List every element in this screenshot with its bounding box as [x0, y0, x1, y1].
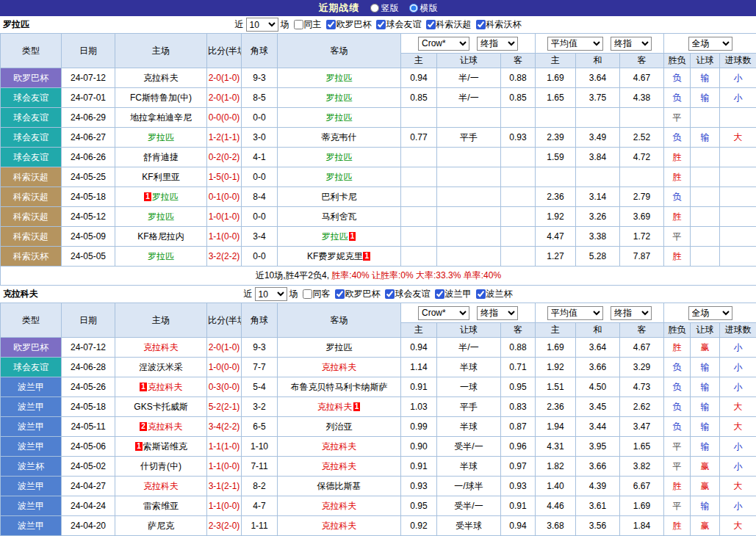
away-team: 列治亚 — [278, 417, 401, 437]
odds-handicap — [437, 167, 501, 187]
match-score: 1-1(0-0) — [207, 457, 242, 477]
league-filter[interactable]: 科索沃超 — [426, 18, 472, 31]
match-date: 24-05-06 — [62, 437, 115, 457]
team-name: 巴利卡尼 — [322, 192, 357, 202]
home-team: KF利里亚 — [115, 167, 207, 187]
subcol-odds-handicap: 让球 — [437, 323, 501, 338]
result-wdl: 胜 — [664, 207, 691, 227]
match-date: 24-04-24 — [62, 496, 115, 516]
team-name: KF利里亚 — [142, 172, 179, 182]
subcol-avg-away: 客 — [620, 323, 664, 338]
result-wdl: 负 — [664, 88, 691, 108]
odds-home: 0.92 — [401, 516, 437, 536]
avg-source-select[interactable]: 平均值 — [547, 306, 603, 320]
odds-away — [501, 247, 536, 267]
league-checkbox[interactable] — [326, 20, 336, 29]
odds-away — [501, 207, 536, 227]
team-name: 罗拉匹 — [326, 73, 353, 83]
odds-source-select[interactable]: Crow* — [418, 37, 469, 51]
match-date: 24-05-12 — [62, 207, 115, 227]
odds-time-select[interactable]: 终指 — [477, 306, 518, 320]
summary-row: 近10场,胜4平2负4, 胜率:40% 让胜率:0% 大率:33.3% 单率:4… — [1, 267, 756, 286]
avg-away: 3.82 — [620, 457, 664, 477]
team-name: 地拉拿柏迪辛尼 — [130, 112, 192, 123]
odds-handicap: 平手 — [437, 397, 501, 417]
games-label: 场 — [281, 18, 289, 31]
match-date: 24-05-11 — [62, 417, 115, 437]
team-name: 克拉科夫 — [143, 73, 179, 83]
league-checkbox[interactable] — [435, 289, 444, 299]
result-goals — [720, 247, 756, 267]
result-wdl: 胜 — [664, 338, 691, 358]
avg-home: 4.46 — [536, 496, 576, 516]
league-filter[interactable]: 波兰杯 — [476, 288, 513, 300]
corner-score: 0-0 — [242, 167, 278, 187]
matches-table: 类型 日期 主场 比分(半场) 角球 客场 Crow* 终指 平均值 终指 — [0, 303, 756, 536]
result-goals: 大 — [720, 516, 756, 536]
avg-home: 1.59 — [536, 148, 576, 167]
league-badge: 波兰甲 — [1, 437, 62, 457]
odds-home: 0.91 — [401, 457, 437, 477]
same-venue-checkbox[interactable] — [303, 289, 312, 299]
vertical-radio[interactable] — [370, 4, 379, 12]
match-date: 24-07-12 — [62, 68, 115, 88]
result-wdl: 胜 — [664, 477, 691, 496]
result-goals: 小 — [720, 88, 756, 108]
league-filter[interactable]: 欧罗巴杯 — [326, 18, 372, 31]
team-name: 索斯诺维克 — [143, 441, 187, 452]
result-goals — [720, 148, 756, 167]
avg-home: 3.68 — [536, 516, 576, 536]
result-wdl: 平 — [664, 108, 691, 128]
match-score: 5-2(2-1) — [207, 397, 242, 417]
avg-away: 4.67 — [620, 338, 664, 358]
result-handicap: 赢 — [691, 338, 720, 358]
league-checkbox[interactable] — [476, 289, 486, 299]
red-card-badge: 1 — [135, 442, 143, 451]
result-wdl: 胜 — [664, 516, 691, 536]
home-team: 舒肯迪捷 — [115, 148, 207, 167]
vertical-radio-label: 竖版 — [381, 2, 399, 15]
odds-time-select[interactable]: 终指 — [477, 37, 518, 51]
corner-score: 0-0 — [242, 108, 278, 128]
same-venue-filter[interactable]: 同客 — [303, 288, 331, 300]
match-count-select[interactable]: 10 — [246, 18, 278, 32]
league-filter[interactable]: 科索沃杯 — [476, 18, 522, 31]
layout-radio-vertical[interactable]: 竖版 — [370, 2, 399, 15]
league-checkbox[interactable] — [335, 289, 345, 299]
league-checkbox[interactable] — [426, 20, 436, 29]
match-score: 1-2(1-1) — [207, 128, 242, 148]
team-name: 雷索维亚 — [143, 501, 179, 511]
same-venue-label: 同客 — [313, 288, 331, 300]
avg-draw: 3.64 — [576, 338, 620, 358]
odds-home — [401, 108, 437, 128]
result-goals: 小 — [720, 68, 756, 88]
odds-away: 0.94 — [501, 516, 536, 536]
odds-source-select[interactable]: Crow* — [418, 306, 469, 320]
odds-away: 0.87 — [501, 417, 536, 437]
avg-time-select[interactable]: 终指 — [611, 306, 652, 320]
horizontal-radio[interactable] — [409, 4, 418, 12]
odds-handicap: 半球 — [437, 358, 501, 377]
fulltime-select[interactable]: 全场 — [688, 37, 732, 51]
same-venue-filter[interactable]: 同主 — [294, 18, 322, 31]
odds-away: 0.97 — [501, 457, 536, 477]
layout-radio-horizontal[interactable]: 横版 — [409, 2, 438, 15]
result-wdl: 胜 — [664, 167, 691, 187]
corner-score: 9-3 — [242, 68, 278, 88]
odds-handicap — [437, 187, 501, 207]
league-filter[interactable]: 球会友谊 — [376, 18, 422, 31]
league-checkbox[interactable] — [385, 289, 395, 299]
league-filter[interactable]: 球会友谊 — [385, 288, 431, 300]
league-filter[interactable]: 欧罗巴杯 — [335, 288, 381, 300]
team-name: 克拉科夫 — [322, 362, 357, 372]
red-card-badge: 1 — [140, 383, 147, 391]
league-filter[interactable]: 波兰甲 — [435, 288, 472, 300]
fulltime-select[interactable]: 全场 — [688, 306, 732, 320]
league-checkbox[interactable] — [476, 20, 486, 29]
team-name: 罗拉匹 — [326, 342, 353, 352]
avg-time-select[interactable]: 终指 — [611, 37, 652, 51]
match-count-select[interactable]: 10 — [255, 287, 287, 301]
same-venue-checkbox[interactable] — [294, 20, 303, 29]
avg-source-select[interactable]: 平均值 — [547, 37, 603, 51]
league-checkbox[interactable] — [376, 20, 386, 29]
